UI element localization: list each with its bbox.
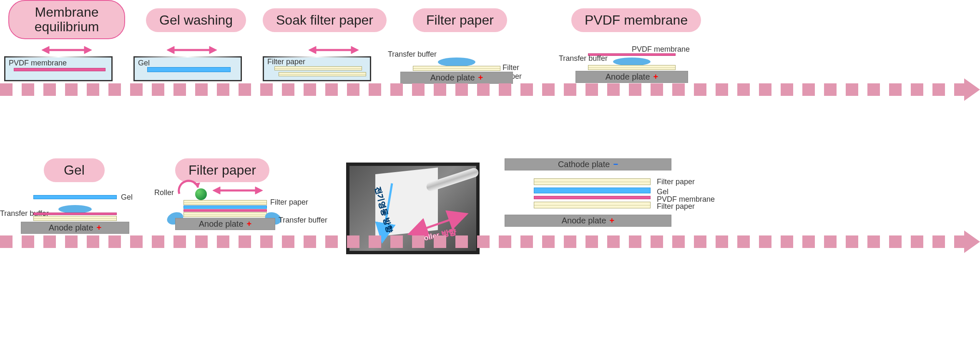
svg-marker-5 <box>209 46 217 54</box>
plus-icon: + <box>97 223 102 232</box>
pvdf-strip <box>33 213 117 215</box>
plus-icon: + <box>478 73 483 82</box>
buffer-blob <box>58 205 92 213</box>
svg-marker-8 <box>351 46 359 54</box>
lr-arrow-icon <box>42 44 92 56</box>
plus-icon: + <box>247 219 252 228</box>
anode-text: Anode plate <box>199 219 244 228</box>
step2-label: Gel washing <box>159 13 233 28</box>
step6-label: Gel <box>64 163 85 178</box>
step7-title: Filter paper <box>175 158 269 182</box>
step5-label: PVDF membrane <box>585 13 688 28</box>
lr-arrow-icon <box>167 44 217 56</box>
step1-title: Membrane equilibrium <box>8 0 125 39</box>
cathode-text: Cathode plate <box>558 160 610 169</box>
filter-strip <box>183 212 267 217</box>
stack-filter-top: Filter paper <box>657 178 695 186</box>
svg-marker-7 <box>309 46 316 54</box>
gel-label-r: Gel <box>121 193 133 202</box>
filter-label: Filter paper <box>267 58 305 66</box>
step5-assembly: PVDF membrane Transfer buffer Anode plat… <box>559 45 709 85</box>
pvdf-label-r: PVDF membrane <box>632 45 690 54</box>
filter-strip <box>413 66 500 71</box>
gel-strip <box>147 67 231 72</box>
minus-icon: − <box>613 160 618 169</box>
anode-text: Anode plate <box>430 73 475 82</box>
filter-strip <box>33 216 117 221</box>
step1-label: Membrane equilibrium <box>23 5 111 34</box>
step4-assembly: Transfer buffer Filter paper Anode plate… <box>388 50 530 83</box>
filter-strip <box>588 65 676 70</box>
anode-plate: Anode plate+ <box>505 215 671 227</box>
plus-icon: + <box>610 216 615 225</box>
step4-title: Filter paper <box>413 8 507 32</box>
roller-ball-icon <box>195 188 207 200</box>
filter-strip <box>534 178 651 185</box>
filter-strip <box>279 72 366 76</box>
transfer-buffer-label: Transfer buffer <box>388 50 437 59</box>
step7-label: Filter paper <box>188 163 256 178</box>
gel-strip <box>183 205 267 209</box>
stack-filter-bot: Filter paper <box>657 202 695 211</box>
transfer-buffer-label: Transfer buffer <box>559 54 608 63</box>
svg-marker-11 <box>213 187 220 194</box>
step2-title: Gel washing <box>146 8 246 32</box>
buffer-blob <box>438 58 475 67</box>
tray-gel: Gel <box>133 56 242 81</box>
timeline-arrow-row2 <box>0 235 980 248</box>
pvdf-strip <box>183 209 267 212</box>
svg-marker-4 <box>167 46 174 54</box>
step3-title: Soak filter paper <box>263 8 387 32</box>
anode-text: Anode plate <box>562 216 606 225</box>
lr-arrow-icon <box>213 184 263 197</box>
anode-text: Anode plate <box>49 223 93 232</box>
cathode-plate: Cathode plate− <box>505 158 671 170</box>
filter-strip <box>274 66 362 70</box>
tray-membrane: PVDF membrane <box>4 56 113 81</box>
filter-label-r: Filter paper <box>270 198 308 207</box>
filter-strip <box>534 202 651 208</box>
timeline-arrow-row1 <box>0 83 980 96</box>
gel-strip <box>33 195 117 199</box>
pvdf-strip <box>14 68 106 71</box>
gel-strip <box>534 188 651 193</box>
anode-plate: Anode plate+ <box>575 71 688 83</box>
plus-icon: + <box>653 72 658 81</box>
tray-filter: Filter paper <box>263 56 371 81</box>
step4-label: Filter paper <box>426 13 494 28</box>
roller-label: Roller <box>154 188 174 197</box>
svg-marker-12 <box>255 187 263 194</box>
anode-plate: Anode plate+ <box>21 222 129 234</box>
step3-label: Soak filter paper <box>276 13 373 28</box>
svg-marker-2 <box>84 46 92 54</box>
anode-plate: Anode plate+ <box>400 72 513 84</box>
anode-plate: Anode plate+ <box>175 218 275 230</box>
transfer-buffer-label-r: Transfer buffer <box>279 216 327 225</box>
buffer-blob <box>613 58 651 66</box>
gel-label: Gel <box>138 59 150 68</box>
anode-text: Anode plate <box>606 72 650 81</box>
pvdf-strip <box>534 196 651 199</box>
step6-title: Gel <box>44 158 105 182</box>
pvdf-label: PVDF membrane <box>9 59 67 68</box>
filter-strip <box>183 200 267 205</box>
svg-marker-1 <box>42 46 49 54</box>
lr-arrow-icon <box>309 44 359 56</box>
step5-title: PVDF membrane <box>571 8 701 32</box>
